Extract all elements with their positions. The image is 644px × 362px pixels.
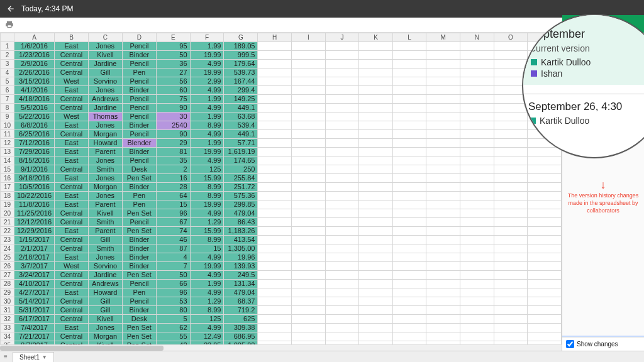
cell[interactable]: Jones [88,253,122,262]
cell[interactable] [359,200,393,209]
cell[interactable] [258,77,292,86]
cell[interactable] [460,324,494,332]
cell[interactable]: Central [55,236,89,244]
cell[interactable]: 30 [156,112,190,121]
cell[interactable]: Parent [88,148,122,156]
cell[interactable]: Jones [88,324,122,332]
cell[interactable]: Binder [122,183,156,192]
column-header[interactable]: A [14,33,54,42]
cell[interactable] [359,306,393,315]
cell[interactable]: 1.99 [190,112,224,121]
cell[interactable]: 57.71 [224,139,258,148]
cell[interactable] [528,271,562,280]
cell[interactable] [359,332,393,341]
cell[interactable]: Pencil [122,156,156,165]
cell[interactable]: 15 [156,200,190,209]
cell[interactable] [359,112,393,121]
cell[interactable]: East [55,174,89,183]
cell[interactable]: Pen Set [122,209,156,218]
cell[interactable]: 4.99 [190,253,224,262]
cell[interactable]: Gill [88,69,122,77]
row-header[interactable]: 14 [1,156,14,165]
cell[interactable] [325,244,359,253]
cell[interactable] [392,51,426,60]
cell[interactable]: 2/1/2017 [14,244,54,253]
row-header[interactable]: 32 [1,315,14,324]
cell[interactable] [528,200,562,209]
cell[interactable]: Pencil [122,112,156,121]
cell[interactable]: Jones [88,156,122,165]
cell[interactable]: 1.29 [190,218,224,227]
cell[interactable] [460,69,494,77]
cell[interactable]: 250 [224,165,258,174]
cell[interactable]: 12.49 [190,332,224,341]
cell[interactable]: 1,619.19 [224,148,258,156]
cell[interactable]: 575.36 [224,192,258,200]
table-row[interactable]: 347/21/2017CentralMorganPen Set5512.4968… [1,332,562,341]
cell[interactable] [528,183,562,192]
column-header[interactable]: C [88,33,122,42]
cell[interactable] [494,174,528,183]
cell[interactable]: 27 [156,69,190,77]
cell[interactable] [292,130,326,139]
cell[interactable] [325,60,359,69]
cell[interactable]: 299.85 [224,200,258,209]
cell[interactable] [494,42,528,51]
cell[interactable]: 4.99 [190,288,224,297]
cell[interactable]: 90 [156,130,190,139]
cell[interactable]: 149.25 [224,95,258,104]
cell[interactable]: 7/21/2017 [14,332,54,341]
cell[interactable] [426,227,460,236]
cell[interactable] [392,165,426,174]
cell[interactable]: 4.99 [190,130,224,139]
cell[interactable]: 12/12/2016 [14,218,54,227]
cell[interactable]: Pencil [122,280,156,288]
print-icon[interactable] [5,20,14,30]
table-row[interactable]: 116/25/2016CentralMorganPencil904.99449.… [1,130,562,139]
cell[interactable] [325,51,359,60]
column-header[interactable]: J [325,33,359,42]
cell[interactable] [359,253,393,262]
cell[interactable]: 4/10/2017 [14,280,54,288]
cell[interactable]: Central [55,183,89,192]
row-header[interactable]: 26 [1,262,14,271]
cell[interactable]: 3/24/2017 [14,271,54,280]
cell[interactable] [528,332,562,341]
table-row[interactable]: 242/1/2017CentralSmithBinder87151,305.00 [1,244,562,253]
cell[interactable] [426,148,460,156]
cell[interactable]: 53 [156,297,190,306]
cell[interactable] [460,95,494,104]
row-header[interactable]: 21 [1,218,14,227]
cell[interactable] [325,271,359,280]
cell[interactable]: 125 [190,165,224,174]
cell[interactable] [325,297,359,306]
lens-version-entry[interactable]: September 26, 4:30 Kartik Dulloo [528,101,644,126]
cell[interactable]: 50 [156,271,190,280]
row-header[interactable]: 4 [1,69,14,77]
row-header[interactable]: 31 [1,306,14,315]
cell[interactable] [494,51,528,60]
cell[interactable] [494,227,528,236]
cell[interactable] [494,121,528,130]
cell[interactable] [460,297,494,306]
cell[interactable] [460,121,494,130]
cell[interactable]: 174.65 [224,156,258,165]
cell[interactable]: Howard [88,288,122,297]
cell[interactable]: 2/26/2016 [14,69,54,77]
cell[interactable]: Pen Set [122,271,156,280]
cell[interactable] [325,69,359,77]
column-header[interactable]: H [258,33,292,42]
cell[interactable] [392,112,426,121]
cell[interactable]: 999.5 [224,51,258,60]
cell[interactable]: 479.04 [224,288,258,297]
row-header[interactable]: 15 [1,165,14,174]
cell[interactable] [258,104,292,112]
cell[interactable] [359,148,393,156]
cell[interactable]: Howard [88,139,122,148]
cell[interactable] [392,324,426,332]
table-row[interactable]: 305/14/2017CentralGillPencil531.2968.37 [1,297,562,306]
cell[interactable] [258,280,292,288]
cell[interactable] [528,192,562,200]
cell[interactable] [426,280,460,288]
cell[interactable] [426,209,460,218]
